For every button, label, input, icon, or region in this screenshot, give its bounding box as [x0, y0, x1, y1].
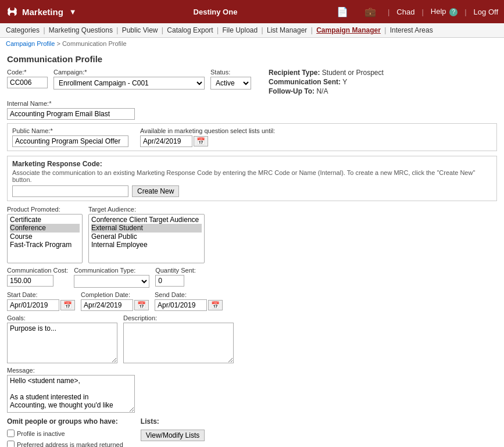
- description-group: Description:: [123, 314, 234, 363]
- status-select[interactable]: Active: [210, 77, 251, 90]
- message-group: Message: Hello <student name>, As a stud…: [7, 367, 497, 413]
- mrc-desc: Associate the communication to an existi…: [12, 169, 492, 183]
- top-bar: Marketing ▼ Destiny One 📄 💼 | Chad | Hel…: [0, 0, 504, 23]
- available-date-input[interactable]: [140, 135, 192, 147]
- nav-public-view[interactable]: Public View: [122, 26, 158, 34]
- product-target-row: Product Promoted: Certificate Conference…: [7, 206, 497, 263]
- completion-date-group: Completion Date: 📅: [81, 291, 149, 311]
- target-select[interactable]: Conference Client Target Audience Extern…: [88, 214, 205, 263]
- view-modify-lists-button[interactable]: View/Modify Lists: [141, 430, 205, 441]
- status-group: Status: Active: [210, 69, 251, 90]
- page-icon[interactable]: 📄: [332, 5, 353, 19]
- logoff-link[interactable]: Log Off: [474, 8, 498, 16]
- product-group: Product Promoted: Certificate Conference…: [7, 206, 83, 263]
- status-label: Status:: [210, 69, 251, 76]
- target-group: Target Audience: Conference Client Targe…: [88, 206, 205, 263]
- internal-name-input[interactable]: [7, 108, 135, 120]
- cost-group: Communication Cost:: [7, 267, 68, 287]
- product-select[interactable]: Certificate Conference Course Fast-Track…: [7, 214, 83, 263]
- available-date-field: 📅: [140, 135, 275, 147]
- follow-up: Follow-Up To: N/A: [269, 87, 384, 95]
- start-calendar-button[interactable]: 📅: [60, 300, 75, 310]
- nav-campaign-manager[interactable]: Campaign Manager: [316, 26, 381, 34]
- mrc-section: Marketing Response Code: Associate the c…: [7, 156, 497, 201]
- help-link[interactable]: Help ?: [431, 7, 457, 16]
- completion-date-field: 📅: [81, 299, 149, 311]
- goals-label: Goals:: [7, 314, 117, 321]
- send-calendar-button[interactable]: 📅: [208, 300, 223, 310]
- cost-input[interactable]: [7, 275, 53, 287]
- nav-file-upload[interactable]: File Upload: [222, 26, 258, 34]
- completion-calendar-button[interactable]: 📅: [134, 300, 149, 310]
- target-label: Target Audience:: [88, 206, 205, 213]
- omit-inactive-label: Profile is inactive: [17, 430, 65, 437]
- description-textarea[interactable]: [123, 323, 234, 363]
- nav-marketing-questions[interactable]: Marketing Questions: [49, 26, 113, 34]
- nav-categories[interactable]: Categories: [6, 26, 40, 34]
- available-label: Available in marketing question select l…: [140, 127, 275, 134]
- nav-bar: Categories | Marketing Questions | Publi…: [0, 23, 504, 38]
- top-bar-right: 📄 💼 | Chad | Help ? | Log Off: [332, 5, 498, 19]
- comm-type-select[interactable]: [74, 275, 149, 288]
- breadcrumb-current: Communication Profile: [62, 40, 127, 47]
- product-label: Product Promoted:: [7, 206, 83, 213]
- start-date-group: Start Date: 📅: [7, 291, 75, 311]
- cost-type-qty-row: Communication Cost: Communication Type: …: [7, 267, 497, 288]
- public-name-label: Public Name:*: [12, 127, 128, 134]
- nav-interest-areas[interactable]: Interest Areas: [390, 26, 433, 34]
- username: Chad: [396, 8, 414, 16]
- recipient-type: Recipient Type: Student or Prospect: [269, 69, 384, 77]
- goals-desc-row: Goals: Purpose is to... Description:: [7, 314, 497, 363]
- available-date-group: Available in marketing question select l…: [140, 127, 275, 147]
- send-date-field: 📅: [155, 299, 223, 311]
- omit-inactive-checkbox[interactable]: [7, 430, 15, 437]
- code-input[interactable]: [7, 77, 48, 88]
- app-dropdown[interactable]: ▼: [67, 8, 79, 16]
- dates-row: Start Date: 📅 Completion Date: 📅 Send Da…: [7, 291, 497, 311]
- omit-returned-label: Preferred address is marked returned: [17, 441, 123, 448]
- completion-date-input[interactable]: [81, 299, 133, 311]
- omit-section: Omit people or groups who have: Profile …: [7, 417, 123, 447]
- omit-returned-checkbox[interactable]: [7, 441, 15, 447]
- start-date-input[interactable]: [7, 299, 59, 311]
- goals-textarea[interactable]: Purpose is to...: [7, 323, 117, 363]
- quantity-label: Quantity Sent:: [155, 267, 196, 274]
- breadcrumb-parent[interactable]: Campaign Profile: [6, 40, 55, 47]
- bottom-section: Omit people or groups who have: Profile …: [7, 417, 497, 447]
- message-label: Message:: [7, 367, 497, 374]
- app-title: Destiny One: [99, 8, 332, 16]
- briefcase-icon[interactable]: 💼: [360, 5, 381, 19]
- campaign-select[interactable]: Enrollment Campaign - C001: [53, 77, 205, 90]
- breadcrumb: Campaign Profile > Communication Profile: [0, 38, 504, 49]
- start-date-field: 📅: [7, 299, 75, 311]
- public-name-input[interactable]: [12, 135, 128, 147]
- nav-catalog-export[interactable]: Catalog Export: [167, 26, 213, 34]
- page-title: Communication Profile: [7, 54, 497, 64]
- create-new-button[interactable]: Create New: [132, 185, 179, 197]
- goals-group: Goals: Purpose is to...: [7, 314, 117, 363]
- message-textarea[interactable]: Hello <student name>, As a student inter…: [7, 375, 135, 413]
- send-date-input[interactable]: [155, 299, 207, 311]
- omit-label: Omit people or groups who have:: [7, 417, 123, 425]
- available-calendar-button[interactable]: 📅: [194, 136, 208, 146]
- omit-returned-row: Preferred address is marked returned: [7, 441, 123, 447]
- description-label: Description:: [123, 314, 234, 321]
- campaign-label: Campaign:*: [53, 69, 205, 76]
- main-content: Communication Profile Code:* Campaign:* …: [0, 49, 504, 447]
- lists-section: Lists: View/Modify Lists: [141, 417, 205, 447]
- omit-inactive-row: Profile is inactive: [7, 430, 123, 437]
- public-name-group: Public Name:*: [12, 127, 128, 147]
- mrc-label: Marketing Response Code:: [12, 160, 102, 168]
- completion-date-label: Completion Date:: [81, 291, 149, 298]
- internal-name-label: Internal Name:*: [7, 100, 497, 107]
- comm-type-group: Communication Type:: [74, 267, 149, 288]
- help-icon: ?: [449, 8, 457, 16]
- mrc-input[interactable]: [12, 185, 128, 197]
- nav-list-manager[interactable]: List Manager: [267, 26, 307, 34]
- public-section: Public Name:* Available in marketing que…: [7, 123, 497, 151]
- status-info: Recipient Type: Student or Prospect Comm…: [269, 69, 384, 96]
- code-label: Code:*: [7, 69, 48, 76]
- mrc-row: Create New: [12, 185, 492, 197]
- quantity-input[interactable]: [155, 275, 184, 287]
- send-date-group: Send Date: 📅: [155, 291, 223, 311]
